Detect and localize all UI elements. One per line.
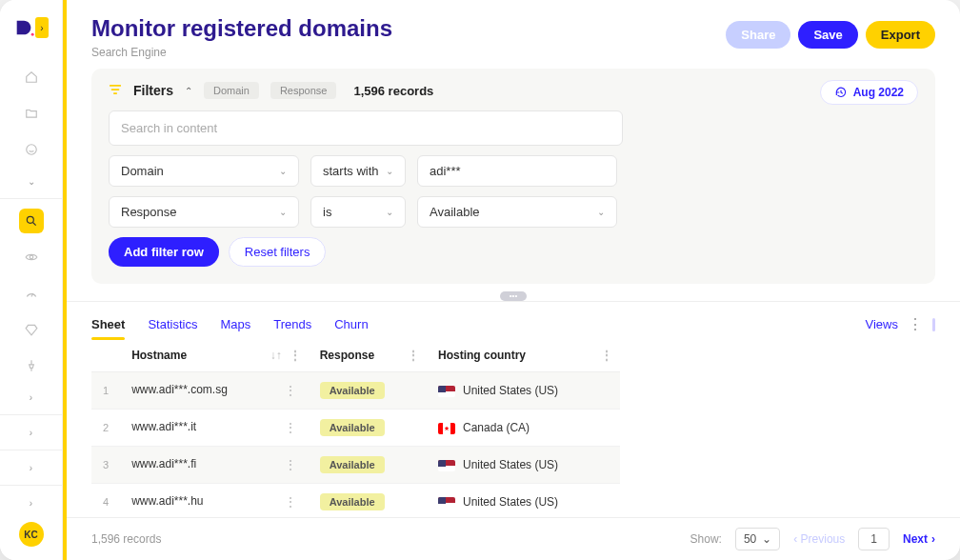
footer: 1,596 records Show: 50⌄ ‹ Previous 1 Nex… [67, 517, 960, 560]
header: Monitor registered domains Search Engine… [67, 0, 960, 69]
sort-icon[interactable]: ↓↑ [270, 349, 282, 362]
tab-trends[interactable]: Trends [273, 310, 311, 339]
cell-country: United States (US) [427, 372, 620, 410]
diamond-icon[interactable] [19, 317, 44, 342]
chevron-down-icon: ⌄ [279, 166, 287, 176]
tab-maps[interactable]: Maps [220, 310, 250, 339]
results-table: Hostname ↓↑⋮ Response ⋮ Hosting country … [67, 339, 960, 517]
table-row[interactable]: 3www.adi***.fi⋮AvailableUnited States (U… [91, 447, 620, 484]
add-filter-button[interactable]: Add filter row [109, 237, 219, 267]
page-number[interactable]: 1 [858, 528, 890, 550]
filters-panel: Filters ⌃ Domain Response 1,596 records … [91, 69, 935, 284]
reset-filters-button[interactable]: Reset filters [229, 237, 327, 267]
tab-statistics[interactable]: Statistics [148, 310, 197, 339]
cell-country: Canada (CA) [427, 410, 620, 447]
date-filter-label: Aug 2022 [853, 86, 904, 99]
search-icon[interactable] [19, 209, 44, 233]
status-badge: Available [320, 382, 385, 399]
export-button[interactable]: Export [866, 21, 935, 49]
section-collapse-1[interactable]: ⌄ [19, 171, 44, 190]
resize-handle[interactable]: ••• [500, 291, 527, 301]
records-count: 1,596 records [353, 84, 433, 98]
avatar[interactable]: KC [19, 522, 44, 547]
col-menu-icon[interactable]: ⋮ [408, 349, 419, 362]
filter-value-select-1[interactable]: Available⌄ [417, 196, 617, 228]
date-filter[interactable]: Aug 2022 [820, 80, 918, 105]
search-input[interactable] [109, 110, 623, 146]
svg-point-0 [31, 33, 34, 36]
section-collapse-2[interactable]: › [19, 388, 44, 407]
cell-hostname: www.adi***.fi⋮ [120, 447, 309, 484]
logo-chevron-icon[interactable]: › [35, 17, 49, 38]
gauge-icon[interactable] [19, 281, 44, 306]
chevron-down-icon: ⌄ [386, 166, 393, 176]
page-size-select[interactable]: 50⌄ [735, 528, 780, 550]
table-row[interactable]: 2www.adi***.it⋮AvailableCanada (CA) [91, 410, 620, 447]
cell-hostname: www.adi***.it⋮ [120, 410, 309, 447]
home-icon[interactable] [19, 65, 44, 90]
folder-icon[interactable] [19, 101, 44, 126]
flag-icon [438, 423, 455, 434]
filter-field-select-1[interactable]: Response⌄ [109, 196, 299, 228]
tab-churn[interactable]: Churn [334, 310, 368, 339]
filters-label[interactable]: Filters [133, 83, 173, 98]
page-title: Monitor registered domains [91, 15, 392, 42]
col-hosting-country[interactable]: Hosting country ⋮ [427, 339, 620, 372]
section-collapse-5[interactable]: › [19, 493, 44, 512]
chevron-down-icon: ⌄ [597, 207, 605, 217]
cell-country: United States (US) [427, 447, 620, 484]
section-collapse-3[interactable]: › [19, 423, 44, 442]
status-badge: Available [320, 493, 385, 510]
history-icon [834, 86, 848, 99]
row-menu-icon[interactable]: ⋮ [284, 383, 297, 398]
filter-field-select-0[interactable]: Domain⌄ [109, 155, 299, 187]
svg-point-1 [26, 145, 36, 155]
smile-icon[interactable] [19, 137, 44, 162]
pin-icon[interactable] [19, 353, 44, 378]
cell-hostname: www.adi***.com.sg⋮ [120, 372, 309, 410]
cell-country: United States (US) [427, 484, 620, 518]
eye-icon[interactable] [19, 245, 44, 270]
svg-point-3 [30, 255, 33, 259]
sidebar: › ⌄ › › › › KC [0, 0, 63, 560]
col-menu-icon[interactable]: ⋮ [601, 349, 612, 362]
page-subtitle: Search Engine [91, 46, 392, 59]
table-row[interactable]: 4www.adi***.hu⋮AvailableUnited States (U… [91, 484, 620, 518]
logo[interactable]: › [13, 17, 49, 38]
views-menu-icon[interactable]: ⋮ [908, 317, 923, 332]
filter-chip-domain[interactable]: Domain [204, 82, 259, 99]
cell-response: Available [309, 372, 427, 410]
tabs-bar: Sheet Statistics Maps Trends Churn Views… [67, 301, 960, 339]
filter-op-select-1[interactable]: is⌄ [310, 196, 406, 228]
prev-page-button[interactable]: ‹ Previous [793, 532, 845, 546]
cell-hostname: www.adi***.hu⋮ [120, 484, 309, 518]
row-menu-icon[interactable]: ⋮ [284, 494, 297, 510]
flag-icon [438, 497, 455, 509]
col-response[interactable]: Response ⋮ [309, 339, 427, 372]
tab-sheet[interactable]: Sheet [91, 310, 125, 339]
row-number: 1 [91, 372, 120, 410]
save-button[interactable]: Save [798, 21, 857, 49]
row-menu-icon[interactable]: ⋮ [284, 420, 297, 435]
row-menu-icon[interactable]: ⋮ [284, 457, 297, 472]
main-content: Monitor registered domains Search Engine… [67, 0, 960, 560]
chevron-down-icon: ⌄ [279, 207, 287, 217]
filter-op-select-0[interactable]: starts with⌄ [310, 155, 406, 187]
filters-caret-icon[interactable]: ⌃ [185, 86, 192, 96]
col-hostname[interactable]: Hostname ↓↑⋮ [120, 339, 309, 372]
table-row[interactable]: 1www.adi***.com.sg⋮AvailableUnited State… [91, 372, 620, 410]
share-button[interactable]: Share [726, 21, 790, 49]
chevron-down-icon: ⌄ [762, 532, 771, 546]
filter-value-input-0[interactable]: adi*** [417, 155, 617, 187]
status-badge: Available [320, 456, 385, 473]
flag-icon [438, 460, 455, 471]
cell-response: Available [309, 484, 427, 518]
next-page-button[interactable]: Next › [903, 532, 935, 546]
footer-records: 1,596 records [91, 532, 161, 546]
row-number: 4 [91, 484, 120, 518]
filter-chip-response[interactable]: Response [270, 82, 337, 99]
section-collapse-4[interactable]: › [19, 458, 44, 477]
col-menu-icon[interactable]: ⋮ [290, 349, 301, 362]
logo-mark-icon [13, 17, 34, 38]
views-link[interactable]: Views [866, 317, 898, 331]
